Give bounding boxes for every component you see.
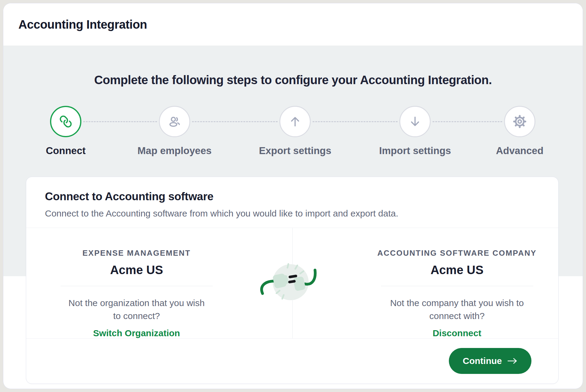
- step-export-settings-circle: [279, 106, 311, 137]
- connect-panel-footer: Continue: [26, 338, 558, 384]
- org-name-divider: [381, 286, 533, 286]
- accounting-integration-window: Accounting Integration Complete the foll…: [3, 3, 583, 389]
- step-advanced-circle: [504, 106, 535, 137]
- gear-icon: [512, 114, 527, 129]
- step-connect[interactable]: Connect: [46, 106, 86, 156]
- step-map-employees-circle: [159, 106, 190, 137]
- wizard-stepper: Connect Map employees Export settings: [3, 106, 583, 160]
- step-import-settings-circle: [399, 106, 431, 137]
- arrow-up-icon: [288, 115, 302, 128]
- switch-org-question: Not the organization that you wish to co…: [66, 296, 207, 323]
- disconnect-link[interactable]: Disconnect: [433, 328, 481, 338]
- arrow-right-icon: [507, 358, 518, 364]
- step-connect-circle: [50, 106, 81, 137]
- panel-subtitle: Connect to the Accounting software from …: [45, 208, 540, 219]
- plug-connection-illustration: [255, 254, 330, 309]
- disconnect-question: Not the company that you wish to connect…: [386, 296, 528, 323]
- connect-panel-header: Connect to Accounting software Connect t…: [26, 177, 558, 228]
- link-icon: [59, 115, 73, 128]
- connect-panel: Connect to Accounting software Connect t…: [26, 177, 559, 384]
- expense-management-column: EXPENSE MANAGEMENT Acme US Not the organ…: [26, 228, 292, 338]
- connect-panel-body: EXPENSE MANAGEMENT Acme US Not the organ…: [26, 228, 558, 338]
- accounting-software-label: ACCOUNTING SOFTWARE COMPANY: [373, 248, 541, 258]
- step-connect-label: Connect: [46, 145, 86, 156]
- step-map-employees-label: Map employees: [137, 145, 212, 156]
- step-import-settings[interactable]: Import settings: [379, 106, 451, 156]
- step-export-settings-label: Export settings: [259, 145, 331, 156]
- step-map-employees[interactable]: Map employees: [137, 106, 212, 156]
- step-export-settings[interactable]: Export settings: [259, 106, 331, 156]
- page-title: Accounting Integration: [18, 18, 147, 31]
- wizard-heading: Complete the following steps to configur…: [3, 73, 583, 87]
- users-icon: [167, 114, 182, 129]
- step-advanced[interactable]: Advanced: [496, 106, 543, 156]
- expense-management-label: EXPENSE MANAGEMENT: [53, 248, 220, 258]
- expense-management-org-name: Acme US: [53, 263, 220, 277]
- accounting-company-name: Acme US: [373, 263, 541, 277]
- step-advanced-label: Advanced: [496, 145, 543, 156]
- accounting-software-column: ACCOUNTING SOFTWARE COMPANY Acme US Not …: [292, 228, 559, 338]
- continue-button-label: Continue: [463, 356, 502, 366]
- panel-title: Connect to Accounting software: [45, 190, 540, 203]
- step-import-settings-label: Import settings: [379, 145, 451, 156]
- arrow-down-icon: [408, 115, 422, 128]
- switch-organization-link[interactable]: Switch Organization: [93, 328, 180, 338]
- continue-button[interactable]: Continue: [449, 348, 531, 374]
- org-name-divider: [61, 286, 213, 286]
- titlebar: Accounting Integration: [3, 3, 583, 46]
